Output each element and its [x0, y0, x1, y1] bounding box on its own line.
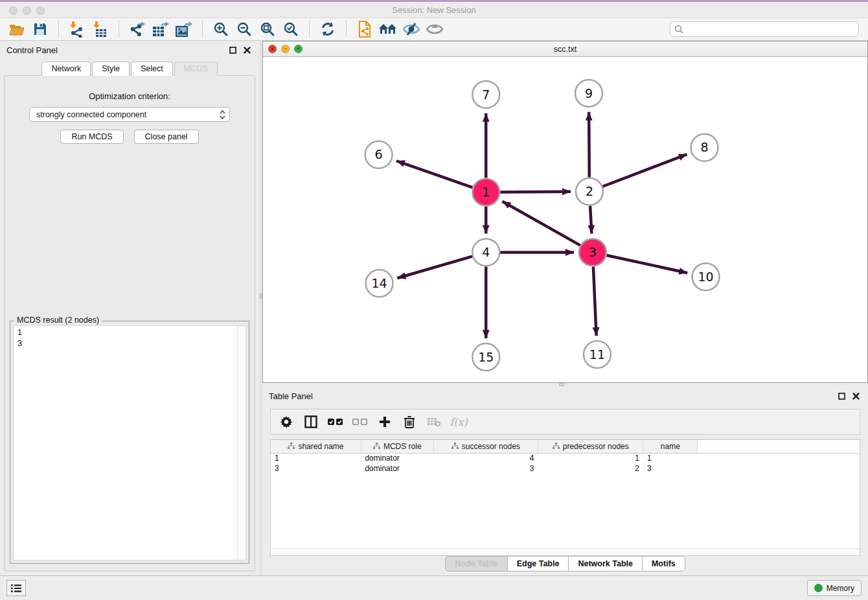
splitter-grip[interactable]: [259, 294, 262, 299]
toolbar-separator: [119, 21, 119, 38]
column-flow-icon: [553, 443, 560, 450]
graph-edge-1-6[interactable]: [396, 161, 473, 187]
splitter-grip[interactable]: [559, 383, 564, 386]
graph-edge-3-11[interactable]: [593, 266, 597, 336]
apply-layout-button[interactable]: [317, 19, 338, 39]
graph-edge-3-10[interactable]: [606, 255, 687, 273]
table-hscrollbar[interactable]: [271, 548, 860, 555]
delete-table-button[interactable]: [425, 413, 443, 431]
graph-node-11[interactable]: 11: [584, 341, 611, 368]
tab-network-table[interactable]: Network Table: [569, 556, 643, 571]
tab-node-table[interactable]: Node Table: [445, 556, 507, 571]
network-minimize-button[interactable]: −: [281, 45, 290, 53]
table-cell[interactable]: 3: [433, 463, 538, 474]
result-scrollbar[interactable]: [237, 326, 246, 560]
mcds-result-groupbox: MCDS result (2 nodes) 1 3: [10, 321, 249, 564]
graph-edge-2-9[interactable]: [589, 112, 589, 178]
graph-edge-3-1[interactable]: [502, 202, 580, 246]
table-cell[interactable]: 1: [643, 453, 698, 463]
criterion-select[interactable]: strongly connected component: [29, 107, 230, 122]
save-session-button[interactable]: [30, 19, 51, 39]
search-field: [670, 21, 859, 37]
close-table-panel-button[interactable]: [850, 390, 862, 402]
tab-style[interactable]: Style: [92, 62, 130, 76]
graph-node-14[interactable]: 14: [366, 270, 393, 297]
graph-node-2[interactable]: 2: [576, 178, 603, 205]
task-history-button[interactable]: [6, 580, 26, 596]
close-window-button[interactable]: [9, 6, 17, 15]
column-header-shared-name[interactable]: shared name: [271, 440, 361, 453]
graph-edge-2-8[interactable]: [602, 154, 687, 187]
table-cell[interactable]: 3: [271, 463, 361, 474]
table-cell[interactable]: 3: [643, 463, 698, 474]
hide-selected-button[interactable]: [401, 19, 422, 39]
table-cell[interactable]: 1: [271, 453, 361, 463]
float-panel-button[interactable]: [227, 44, 238, 56]
graph-edge-1-2[interactable]: [500, 192, 571, 192]
graph-node-4[interactable]: 4: [472, 238, 499, 266]
graph-edge-2-3[interactable]: [590, 206, 591, 234]
create-column-button[interactable]: [376, 413, 394, 431]
select-all-columns-button[interactable]: [326, 413, 345, 431]
eye-slash-icon: [402, 22, 420, 36]
column-header-name[interactable]: name: [643, 440, 698, 453]
import-network-button[interactable]: [67, 19, 87, 39]
mcds-result-area[interactable]: 1 3: [13, 325, 246, 560]
graph-node-8[interactable]: 8: [691, 134, 718, 161]
network-canvas[interactable]: 7968124314101511: [263, 57, 867, 382]
search-input[interactable]: [670, 21, 859, 37]
network-close-button[interactable]: x: [268, 45, 277, 53]
memory-button[interactable]: Memory: [807, 580, 862, 596]
run-mcds-button[interactable]: Run MCDS: [60, 130, 123, 144]
float-table-panel-button[interactable]: [836, 390, 847, 402]
table-cell[interactable]: 1: [538, 453, 643, 463]
table-row[interactable]: 1dominator411: [271, 453, 860, 463]
graph-edge-4-14[interactable]: [397, 257, 472, 279]
tab-edge-table[interactable]: Edge Table: [508, 556, 569, 571]
table-panel-mode-button[interactable]: [302, 413, 320, 431]
tab-motifs[interactable]: Motifs: [643, 556, 685, 571]
zoom-out-button[interactable]: [234, 19, 255, 39]
show-all-button[interactable]: [424, 19, 445, 39]
tab-select[interactable]: Select: [131, 62, 173, 76]
zoom-fit-button[interactable]: [257, 19, 278, 39]
tab-mcds[interactable]: MCDS: [174, 62, 218, 76]
table-options-button[interactable]: [277, 413, 295, 431]
close-panel-icon-button[interactable]: [241, 44, 253, 56]
network-zoom-button[interactable]: +: [294, 45, 303, 53]
graph-node-9[interactable]: 9: [575, 80, 602, 107]
column-header-MCDS-role[interactable]: MCDS role: [361, 440, 433, 453]
graph-node-15[interactable]: 15: [472, 343, 499, 371]
new-network-from-selection-button[interactable]: [354, 19, 375, 39]
control-panel: Control Panel NetworkStyleSelectMCDS Opt…: [0, 41, 259, 575]
unselect-all-columns-button[interactable]: [351, 413, 369, 431]
zoom-in-button[interactable]: [211, 19, 231, 39]
table-cell[interactable]: 4: [433, 453, 538, 463]
table-row[interactable]: 3dominator323: [271, 463, 860, 474]
import-table-icon: [93, 21, 108, 38]
graph-node-1[interactable]: 1: [472, 179, 499, 206]
open-file-button[interactable]: [6, 19, 27, 39]
graph-node-3[interactable]: 3: [579, 238, 606, 266]
table-cell[interactable]: dominator: [361, 463, 433, 474]
graph-node-10[interactable]: 10: [692, 263, 720, 290]
delete-columns-button[interactable]: [400, 413, 418, 431]
column-header-successor-nodes[interactable]: successor nodes: [433, 440, 538, 453]
column-header-predecessor-nodes[interactable]: predecessor nodes: [538, 440, 643, 453]
zoom-selected-button[interactable]: [280, 19, 301, 39]
graph-node-6[interactable]: 6: [365, 141, 393, 168]
close-panel-button[interactable]: Close panel: [134, 130, 199, 144]
zoom-window-button[interactable]: [36, 6, 45, 15]
table-cell[interactable]: dominator: [361, 453, 433, 463]
minimize-window-button[interactable]: [23, 6, 31, 15]
tab-network[interactable]: Network: [41, 62, 91, 76]
export-table-button[interactable]: [150, 19, 171, 39]
graph-node-7[interactable]: 7: [472, 81, 499, 108]
import-table-button[interactable]: [90, 19, 111, 39]
function-builder-button[interactable]: f(x): [450, 413, 468, 431]
export-network-button[interactable]: [127, 19, 148, 39]
table-cell[interactable]: 2: [538, 463, 643, 474]
list-icon: [10, 584, 22, 593]
first-neighbors-button[interactable]: [378, 19, 398, 39]
export-image-button[interactable]: [174, 19, 194, 39]
